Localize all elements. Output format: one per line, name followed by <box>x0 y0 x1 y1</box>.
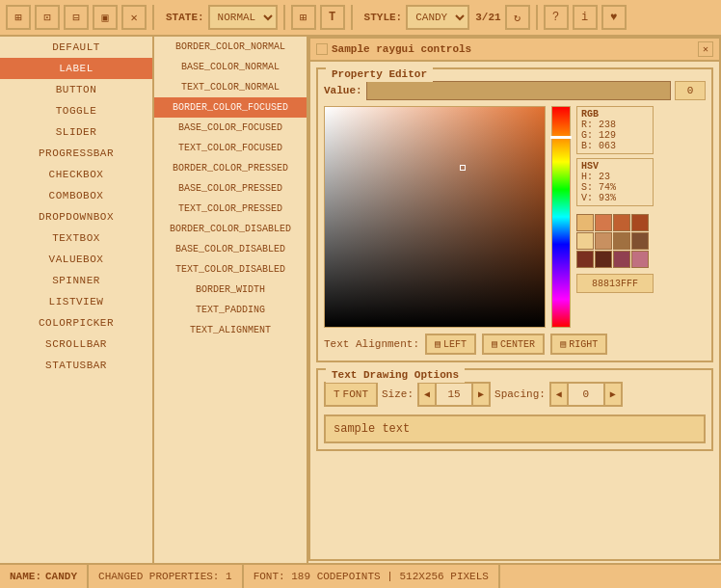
font-label: Font <box>343 388 368 400</box>
color-cursor <box>460 165 466 171</box>
prop-border-width[interactable]: BORDER_WIDTH <box>154 280 307 300</box>
sample-text-box: sample text <box>324 414 706 443</box>
swatch-9[interactable] <box>595 251 612 268</box>
align-right-icon: ▤ <box>560 338 566 350</box>
prop-text-padding[interactable]: TEXT_PADDING <box>154 300 307 320</box>
hsv-title: HSV <box>581 161 649 172</box>
sidebar-item-statusbar[interactable]: STATUSBAR <box>0 355 152 376</box>
toolbar-btn-4[interactable]: ▣ <box>93 5 118 30</box>
grid-icon[interactable]: ⊞ <box>291 5 316 30</box>
toolbar-btn-3[interactable]: ⊟ <box>64 5 89 30</box>
prop-text-color-pressed[interactable]: TEXT_COLOR_PRESSED <box>154 199 307 219</box>
prop-base-color-pressed[interactable]: BASE_COLOR_PRESSED <box>154 178 307 199</box>
prop-border-color-focused[interactable]: BORDER_COLOR_FOCUSED <box>154 97 307 118</box>
swatch-1[interactable] <box>595 214 612 231</box>
prop-base-color-focused[interactable]: BASE_COLOR_FOCUSED <box>154 118 307 138</box>
heart-icon[interactable]: ♥ <box>601 5 627 30</box>
sidebar-item-button[interactable]: BUTTON <box>0 79 152 100</box>
swatch-8[interactable] <box>576 251 594 268</box>
toolbar-btn-5[interactable]: ✕ <box>121 5 147 30</box>
spacing-increase-button[interactable]: ▶ <box>603 382 623 407</box>
sidebar-item-scrollbar[interactable]: SCROLLBAR <box>0 334 152 355</box>
property-editor-section: Property Editor Value: 0 <box>316 67 713 362</box>
swatch-7[interactable] <box>631 232 649 250</box>
value-input[interactable] <box>366 81 671 100</box>
sidebar-item-valuebox[interactable]: VALUEBOX <box>0 249 152 270</box>
hsv-s: S: 74% <box>581 182 649 193</box>
swatch-2[interactable] <box>613 214 630 231</box>
style-select[interactable]: Candy <box>406 5 469 30</box>
toolbar: ⊞ ⊡ ⊟ ▣ ✕ State: NORMAL ⊞ T Style: Candy… <box>0 0 721 37</box>
sidebar-item-slider[interactable]: SLIDER <box>0 121 152 143</box>
rgb-b: B: 063 <box>581 141 649 151</box>
sidebar-item-toggle[interactable]: TOGGLE <box>0 100 152 121</box>
sidebar-item-colorpicker[interactable]: COLORPICKER <box>0 312 152 334</box>
size-value: 15 <box>437 382 471 407</box>
name-label: Name: <box>10 571 41 582</box>
toolbar-btn-1[interactable]: ⊞ <box>6 5 31 30</box>
sidebar-item-spinner[interactable]: SPINNER <box>0 270 152 291</box>
hue-bar[interactable] <box>551 106 571 328</box>
sidebar-item-checkbox[interactable]: CHECKBOX <box>0 164 152 185</box>
swatch-5[interactable] <box>595 232 612 250</box>
font-button[interactable]: T Font <box>324 382 378 407</box>
sidebar-item-progressbar[interactable]: PROGRESSBAR <box>0 143 152 164</box>
prop-border-color-normal[interactable]: BORDER_COLOR_NORMAL <box>154 37 307 57</box>
page-indicator: 3/21 <box>475 12 500 23</box>
spacing-decrease-button[interactable]: ◀ <box>549 382 569 407</box>
spacing-value: 0 <box>569 382 603 407</box>
prop-text-color-normal[interactable]: TEXT_COLOR_NORMAL <box>154 77 307 97</box>
align-left-label: LEFT <box>443 339 467 350</box>
swatch-6[interactable] <box>613 232 630 250</box>
toolbar-btn-2[interactable]: ⊡ <box>35 5 60 30</box>
swatch-0[interactable] <box>576 214 594 231</box>
swatch-4[interactable] <box>576 232 594 250</box>
text-drawing-title: Text Drawing Options <box>326 367 465 383</box>
help-icon[interactable]: ? <box>544 5 569 30</box>
sample-text: sample text <box>334 422 410 436</box>
refresh-icon[interactable]: ↻ <box>505 5 530 30</box>
prop-base-color-normal[interactable]: BASE_COLOR_NORMAL <box>154 57 307 77</box>
name-segment: Name: Candy <box>0 565 89 588</box>
prop-border-color-pressed[interactable]: BORDER_COLOR_PRESSED <box>154 158 307 178</box>
sidebar-item-combobox[interactable]: COMBOBOX <box>0 185 152 206</box>
value-num: 0 <box>675 81 706 100</box>
sidebar-item-default[interactable]: DEFAULT <box>0 37 152 58</box>
color-values: RGB R: 238 G: 129 B: 063 HSV H: 23 S: 74… <box>576 106 654 293</box>
text-icon[interactable]: T <box>320 5 345 30</box>
size-label: Size: <box>382 388 414 400</box>
color-gradient[interactable] <box>324 106 546 328</box>
property-editor-inner: Value: 0 RGB <box>318 77 711 361</box>
swatch-11[interactable] <box>631 251 649 268</box>
hsv-section: HSV H: 23 S: 74% V: 93% <box>576 158 654 206</box>
prop-border-color-disabled[interactable]: BORDER_COLOR_DISABLED <box>154 219 307 239</box>
info-icon[interactable]: i <box>573 5 598 30</box>
prop-text-color-disabled[interactable]: TEXT_COLOR_DISABLED <box>154 259 307 280</box>
prop-base-color-disabled[interactable]: BASE_COLOR_DISABLED <box>154 239 307 259</box>
swatch-10[interactable] <box>613 251 630 268</box>
hex-input[interactable] <box>576 274 654 293</box>
rgb-g: G: 129 <box>581 130 649 141</box>
size-decrease-button[interactable]: ◀ <box>417 382 437 407</box>
text-drawing-section: Text Drawing Options T Font Size: ◀ 15 ▶ <box>316 368 713 451</box>
text-alignment-label: Text Alignment: <box>324 338 419 350</box>
swatch-3[interactable] <box>631 214 649 231</box>
prop-text-color-focused[interactable]: TEXT_COLOR_FOCUSED <box>154 138 307 158</box>
sidebar: DEFAULT LABEL BUTTON TOGGLE SLIDER PROGR… <box>0 37 154 563</box>
size-increase-button[interactable]: ▶ <box>471 382 491 407</box>
sidebar-item-textbox[interactable]: TEXTBOX <box>0 227 152 249</box>
align-center-button[interactable]: ▤ CENTER <box>482 334 545 355</box>
align-right-button[interactable]: ▤ RIGHT <box>550 334 607 355</box>
window-close-button[interactable]: ✕ <box>698 41 713 57</box>
sidebar-item-label[interactable]: LABEL <box>0 58 152 79</box>
size-control: ◀ 15 ▶ <box>417 382 491 407</box>
sidebar-item-dropdownbox[interactable]: DROPDOWNBOX <box>0 206 152 227</box>
sidebar-item-listview[interactable]: LISTVIEW <box>0 291 152 312</box>
state-select[interactable]: NORMAL <box>208 5 278 30</box>
text-alignment-row: Text Alignment: ▤ LEFT ▤ CENTER ▤ RIGHT <box>324 334 706 355</box>
rgb-title: RGB <box>581 109 649 120</box>
middle-panel: BORDER_COLOR_NORMAL BASE_COLOR_NORMAL TE… <box>154 37 308 563</box>
prop-text-alignment[interactable]: TEXT_ALIGNMENT <box>154 320 307 340</box>
value-label: Value: <box>324 85 362 96</box>
align-left-button[interactable]: ▤ LEFT <box>425 334 476 355</box>
